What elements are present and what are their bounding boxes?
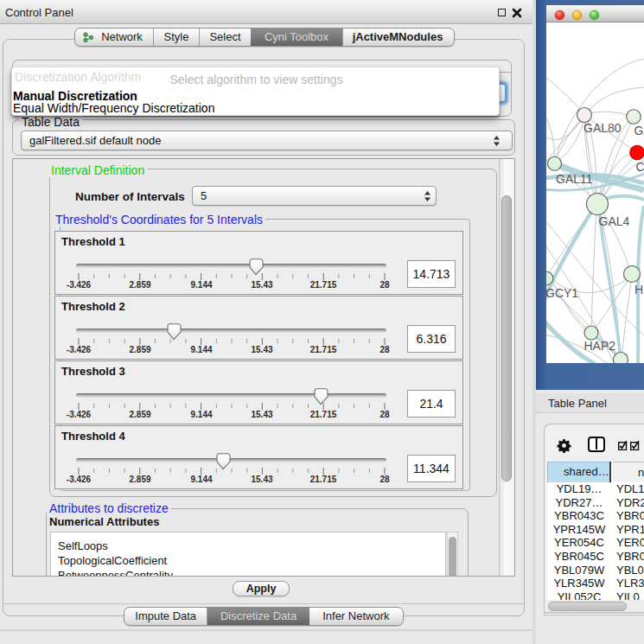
svg-text:GAL4: GAL4 — [599, 214, 630, 228]
svg-text:GAL80: GAL80 — [583, 121, 622, 135]
svg-text:H: H — [634, 283, 643, 296]
svg-text:GA: GA — [634, 124, 644, 137]
svg-text:GCY1: GCY1 — [546, 286, 578, 300]
svg-text:GAL11: GAL11 — [556, 172, 593, 186]
svg-text:HAP2: HAP2 — [584, 339, 616, 353]
svg-text:C: C — [636, 160, 644, 174]
